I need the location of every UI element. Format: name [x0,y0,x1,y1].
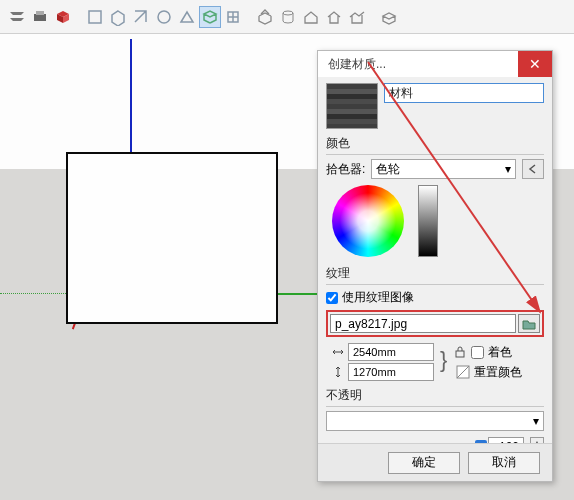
material-name-input[interactable] [384,83,544,103]
browse-texture-button[interactable] [518,314,540,333]
picker-select[interactable]: 色轮 ▾ [371,159,516,179]
svg-rect-0 [34,14,46,21]
svg-rect-2 [89,11,101,23]
create-material-dialog: 创建材质... ✕ 颜色 拾色器: 色轮 ▾ 纹理 使用纹理图像 [317,50,553,482]
use-texture-checkbox[interactable] [326,292,338,304]
cancel-button[interactable]: 取消 [468,452,540,474]
height-icon [332,366,344,378]
svg-point-4 [283,11,293,15]
svg-rect-1 [36,11,44,15]
cylinder-icon[interactable] [277,6,299,28]
close-icon[interactable]: ✕ [518,51,552,77]
tool-7-icon[interactable] [222,6,244,28]
reset-color-label: 重置颜色 [474,364,522,381]
opacity-mode-select[interactable]: ▾ [326,411,544,431]
box-arrow-icon[interactable] [378,6,400,28]
dialog-title-text: 创建材质... [328,56,386,73]
chevron-down-icon: ▾ [533,414,539,428]
axis-blue [130,39,132,169]
reset-color-icon[interactable] [456,365,470,379]
house-3-icon[interactable] [346,6,368,28]
texture-path-input[interactable] [330,314,516,333]
value-slider[interactable] [418,185,438,257]
box-open-icon[interactable] [254,6,276,28]
picker-value: 色轮 [376,161,400,178]
box-red-icon[interactable] [52,6,74,28]
colorize-checkbox[interactable] [471,346,484,359]
drawn-face[interactable] [66,152,278,324]
colorize-label: 着色 [488,344,512,361]
print-icon[interactable] [29,6,51,28]
picker-back-button[interactable] [522,159,544,179]
color-wheel[interactable] [332,185,404,257]
tool-5-icon[interactable] [176,6,198,28]
tool-3-icon[interactable] [130,6,152,28]
tool-1-icon[interactable] [84,6,106,28]
aspect-lock-icon[interactable] [453,345,467,359]
dialog-titlebar[interactable]: 创建材质... ✕ [318,51,552,77]
svg-point-3 [158,11,170,23]
dialog-footer: 确定 取消 [318,443,552,481]
material-preview [326,83,378,129]
width-icon [332,346,344,358]
opacity-heading: 不透明 [326,387,544,404]
main-toolbar [0,0,574,34]
color-section-heading: 颜色 [326,135,544,152]
tool-6-icon[interactable] [199,6,221,28]
use-texture-label: 使用纹理图像 [342,289,414,306]
house-1-icon[interactable] [300,6,322,28]
texture-path-row [326,310,544,337]
picker-label: 拾色器: [326,161,365,178]
styles-icon[interactable] [6,6,28,28]
tool-4-icon[interactable] [153,6,175,28]
brace-icon: } [440,351,447,369]
ok-button[interactable]: 确定 [388,452,460,474]
texture-width-input[interactable] [348,343,434,361]
tool-2-icon[interactable] [107,6,129,28]
house-2-icon[interactable] [323,6,345,28]
chevron-down-icon: ▾ [505,162,511,176]
texture-section-heading: 纹理 [326,265,544,282]
texture-height-input[interactable] [348,363,434,381]
svg-rect-5 [456,351,464,357]
